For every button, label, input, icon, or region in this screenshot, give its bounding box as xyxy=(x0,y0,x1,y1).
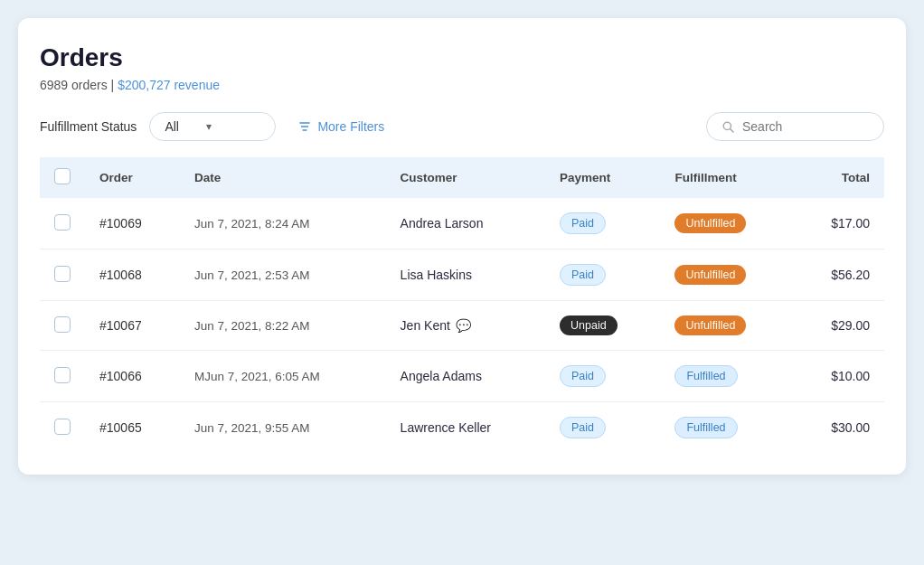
orders-table: Order Date Customer Payment Fulfillment … xyxy=(40,157,884,453)
header-customer: Customer xyxy=(386,157,545,198)
row-checkbox[interactable] xyxy=(54,419,71,435)
row-order: #10065 xyxy=(85,402,180,454)
table-row[interactable]: #10069 Jun 7, 2021, 8:24 AM Andrea Larso… xyxy=(40,198,884,250)
table-header-row: Order Date Customer Payment Fulfillment … xyxy=(40,157,884,198)
table-row[interactable]: #10068 Jun 7, 2021, 2:53 AM Lisa Haskins… xyxy=(40,250,884,301)
search-icon xyxy=(721,120,735,134)
payment-badge: Paid xyxy=(560,417,606,438)
revenue-amount: $200,727 revenue xyxy=(118,78,220,92)
row-checkbox-cell xyxy=(40,402,85,454)
row-date: Jun 7, 2021, 2:53 AM xyxy=(180,250,386,301)
payment-badge: Paid xyxy=(560,212,606,234)
more-filters-label: More Filters xyxy=(317,119,384,134)
customer-name: Jen Kent xyxy=(401,318,450,333)
subtitle: 6989 orders | $200,727 revenue xyxy=(40,78,884,92)
row-date: Jun 7, 2021, 8:22 AM xyxy=(180,301,386,351)
row-payment: Paid xyxy=(545,351,660,402)
row-customer: Jen Kent 💬 xyxy=(386,301,545,351)
row-fulfillment: Fulfilled xyxy=(660,402,794,454)
header-date: Date xyxy=(180,157,386,198)
header-order: Order xyxy=(85,157,180,198)
search-box[interactable] xyxy=(706,112,884,141)
row-customer: Angela Adams xyxy=(386,351,545,402)
payment-badge: Paid xyxy=(560,264,606,286)
search-input[interactable] xyxy=(742,119,869,134)
row-order: #10066 xyxy=(85,351,180,402)
row-checkbox[interactable] xyxy=(54,367,71,383)
header-checkbox-cell xyxy=(40,157,85,198)
page-title: Orders xyxy=(40,43,884,72)
payment-badge: Paid xyxy=(560,365,606,387)
row-checkbox[interactable] xyxy=(54,266,71,282)
row-total: $10.00 xyxy=(794,351,884,402)
row-fulfillment: Unfulfilled xyxy=(660,301,794,351)
customer-name: Angela Adams xyxy=(401,369,482,383)
toolbar: Fulfillment Status All ▾ More Filters xyxy=(40,112,884,141)
row-fulfillment: Unfulfilled xyxy=(660,250,794,301)
more-filters-button[interactable]: More Filters xyxy=(288,113,393,140)
row-checkbox-cell xyxy=(40,198,85,250)
table-row[interactable]: #10067 Jun 7, 2021, 8:22 AM Jen Kent 💬 U… xyxy=(40,301,884,351)
row-customer: Lisa Haskins xyxy=(386,250,545,301)
row-total: $56.20 xyxy=(794,250,884,301)
customer-name: Lawrence Keller xyxy=(401,420,491,435)
separator: | xyxy=(108,78,118,92)
table-row[interactable]: #10065 Jun 7, 2021, 9:55 AM Lawrence Kel… xyxy=(40,402,884,454)
row-payment: Paid xyxy=(545,250,660,301)
filter-label: Fulfillment Status xyxy=(40,119,137,134)
header-total: Total xyxy=(794,157,884,198)
fulfillment-badge: Fulfilled xyxy=(674,417,737,438)
row-payment: Paid xyxy=(545,198,660,250)
fulfillment-status-dropdown[interactable]: All ▾ xyxy=(149,112,276,141)
orders-page: Orders 6989 orders | $200,727 revenue Fu… xyxy=(18,18,906,475)
customer-name: Andrea Larson xyxy=(401,216,484,231)
row-date: MJun 7, 2021, 6:05 AM xyxy=(180,351,386,402)
row-payment: Paid xyxy=(545,402,660,454)
row-checkbox-cell xyxy=(40,301,85,351)
svg-line-4 xyxy=(730,128,733,132)
row-total: $30.00 xyxy=(794,402,884,454)
row-fulfillment: Unfulfilled xyxy=(660,198,794,250)
row-order: #10067 xyxy=(85,301,180,351)
row-order: #10069 xyxy=(85,198,180,250)
row-fulfillment: Fulfilled xyxy=(660,351,794,402)
row-date: Jun 7, 2021, 9:55 AM xyxy=(180,402,386,454)
row-checkbox-cell xyxy=(40,351,85,402)
fulfillment-badge: Unfulfilled xyxy=(674,315,746,335)
svg-point-3 xyxy=(723,122,731,129)
fulfillment-badge: Unfulfilled xyxy=(674,213,746,233)
chevron-down-icon: ▾ xyxy=(206,120,212,133)
comment-icon: 💬 xyxy=(456,318,471,333)
row-checkbox[interactable] xyxy=(54,214,71,231)
row-total: $17.00 xyxy=(794,198,884,250)
customer-name: Lisa Haskins xyxy=(401,268,472,282)
row-checkbox[interactable] xyxy=(54,316,71,333)
header-payment: Payment xyxy=(545,157,660,198)
fulfillment-badge: Fulfilled xyxy=(674,365,737,387)
row-payment: Unpaid xyxy=(545,301,660,351)
header-fulfillment: Fulfillment xyxy=(660,157,794,198)
row-total: $29.00 xyxy=(794,301,884,351)
select-all-checkbox[interactable] xyxy=(54,168,71,184)
filter-icon xyxy=(297,119,312,134)
row-date: Jun 7, 2021, 8:24 AM xyxy=(180,198,386,250)
payment-badge: Unpaid xyxy=(560,315,618,335)
row-customer: Lawrence Keller xyxy=(386,402,545,454)
row-order: #10068 xyxy=(85,250,180,301)
table-row[interactable]: #10066 MJun 7, 2021, 6:05 AM Angela Adam… xyxy=(40,351,884,402)
fulfillment-badge: Unfulfilled xyxy=(674,265,746,285)
dropdown-value: All xyxy=(165,119,179,134)
row-customer: Andrea Larson xyxy=(386,198,545,250)
row-checkbox-cell xyxy=(40,250,85,301)
orders-count: 6989 orders xyxy=(40,78,108,92)
